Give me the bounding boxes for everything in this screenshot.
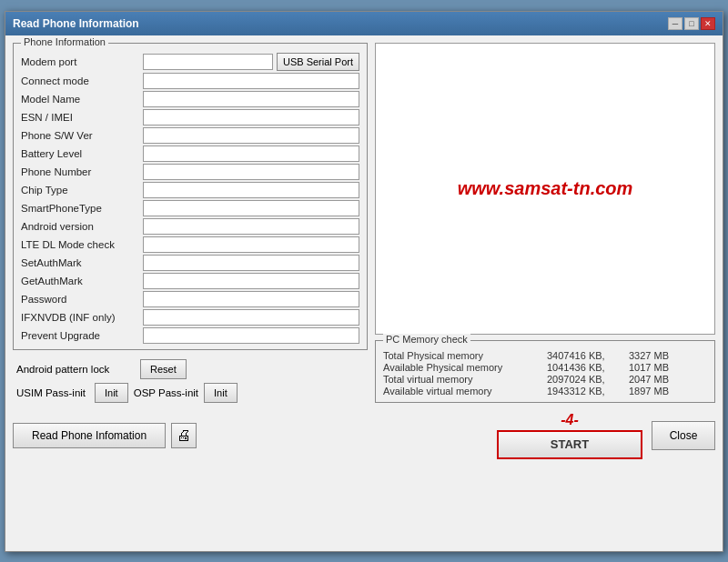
total-physical-kb: 3407416 KB,: [547, 350, 629, 361]
modem-port-label: Modem port: [21, 53, 139, 71]
model-name-label: Model Name: [21, 91, 139, 107]
init-button-2[interactable]: Init: [204, 383, 238, 403]
avail-physical-label: Available Physical memory: [383, 362, 547, 373]
pc-memory-title: PC Memory check: [383, 334, 470, 345]
avail-virtual-kb: 1943312 KB,: [547, 386, 629, 396]
battery-level-input[interactable]: [143, 146, 359, 162]
password-input[interactable]: [143, 291, 359, 307]
usb-serial-port-button[interactable]: USB Serial Port: [277, 53, 359, 71]
total-virtual-label: Total virtual memory: [383, 374, 547, 385]
android-pattern-label: Android pattern lock: [16, 364, 135, 375]
avail-physical-kb: 1041436 KB,: [547, 362, 629, 373]
esn-imei-input[interactable]: [143, 109, 359, 125]
action-left: Read Phone Infomation 🖨: [13, 423, 197, 448]
model-name-input[interactable]: [143, 91, 359, 107]
avail-virtual-label: Available virtual memory: [383, 386, 547, 396]
total-virtual-mb: 2047 MB: [629, 374, 683, 385]
usim-row: USIM Pass-init Init OSP Pass-init Init: [13, 383, 368, 403]
pc-memory-group: PC Memory check Total Physical memory 34…: [375, 340, 715, 403]
connect-mode-label: Connect mode: [21, 73, 139, 89]
close-button[interactable]: Close: [652, 421, 715, 450]
phone-sw-ver-input[interactable]: [143, 127, 359, 144]
right-panel: www.samsat-tn.com PC Memory check Total …: [375, 43, 715, 403]
window-body: Phone Information Modem port USB Serial …: [5, 35, 723, 468]
smartphone-type-input[interactable]: [143, 200, 359, 216]
lte-dl-input[interactable]: [143, 236, 359, 253]
android-pattern-row: Android pattern lock Reset: [13, 359, 368, 379]
pc-memory-grid: Total Physical memory 3407416 KB, 3327 M…: [383, 350, 707, 396]
modem-port-row: USB Serial Port: [143, 53, 359, 71]
get-auth-mark-label: GetAuthMark: [21, 273, 139, 289]
phone-number-label: Phone Number: [21, 164, 139, 180]
printer-icon[interactable]: 🖨: [171, 423, 197, 448]
avail-physical-mb: 1017 MB: [629, 362, 683, 373]
phone-info-grid: Modem port USB Serial Port Connect mode …: [21, 53, 359, 344]
maximize-button[interactable]: □: [684, 17, 699, 30]
read-phone-button[interactable]: Read Phone Infomation: [13, 423, 166, 448]
total-virtual-kb: 2097024 KB,: [547, 374, 629, 385]
action-right: -4- START Close: [497, 412, 715, 459]
step-label: -4-: [561, 412, 579, 428]
modem-port-input[interactable]: [143, 54, 273, 70]
total-physical-label: Total Physical memory: [383, 350, 547, 361]
reset-button[interactable]: Reset: [140, 359, 187, 379]
chip-type-input[interactable]: [143, 182, 359, 198]
avail-virtual-mb: 1897 MB: [629, 386, 683, 396]
lte-dl-label: LTE DL Mode check: [21, 236, 139, 253]
minimize-button[interactable]: ─: [668, 17, 682, 30]
ifxnvdb-label: IFXNVDB (INF only): [21, 309, 139, 326]
connect-mode-input[interactable]: [143, 73, 359, 89]
action-row: Read Phone Infomation 🖨 -4- START Close: [13, 408, 715, 461]
title-bar: Read Phone Information ─ □ ✕: [5, 12, 723, 35]
start-section: -4- START: [497, 412, 642, 459]
bottom-controls: Android pattern lock Reset USIM Pass-ini…: [13, 356, 368, 403]
window-title: Read Phone Information: [13, 17, 139, 30]
init-button-1[interactable]: Init: [95, 383, 128, 403]
prevent-upgrade-input[interactable]: [143, 327, 359, 344]
android-version-input[interactable]: [143, 218, 359, 235]
get-auth-mark-input[interactable]: [143, 273, 359, 289]
phone-info-group: Phone Information Modem port USB Serial …: [13, 43, 368, 350]
main-area: Phone Information Modem port USB Serial …: [13, 43, 715, 403]
esn-imei-label: ESN / IMEI: [21, 109, 139, 125]
ifxnvdb-input[interactable]: [143, 309, 359, 326]
total-physical-mb: 3327 MB: [629, 350, 683, 361]
phone-info-group-title: Phone Information: [21, 36, 108, 47]
usim-label: USIM Pass-init: [16, 387, 89, 398]
osp-label: OSP Pass-init: [134, 387, 198, 398]
log-watermark: www.samsat-tn.com: [458, 178, 633, 199]
prevent-upgrade-label: Prevent Upgrade: [21, 327, 139, 344]
phone-sw-ver-label: Phone S/W Ver: [21, 127, 139, 144]
smartphone-type-label: SmartPhoneType: [21, 200, 139, 216]
password-label: Password: [21, 291, 139, 307]
start-button[interactable]: START: [497, 430, 642, 459]
log-area: www.samsat-tn.com: [375, 43, 715, 335]
android-version-label: Android version: [21, 218, 139, 235]
chip-type-label: Chip Type: [21, 182, 139, 198]
phone-number-input[interactable]: [143, 164, 359, 180]
battery-level-label: Battery Level: [21, 146, 139, 162]
main-window: Read Phone Information ─ □ ✕ Phone Infor…: [5, 11, 723, 552]
set-auth-mark-label: SetAuthMark: [21, 255, 139, 271]
left-panel: Phone Information Modem port USB Serial …: [13, 43, 368, 403]
window-close-button[interactable]: ✕: [701, 17, 715, 30]
title-bar-buttons: ─ □ ✕: [668, 17, 715, 30]
set-auth-mark-input[interactable]: [143, 255, 359, 271]
